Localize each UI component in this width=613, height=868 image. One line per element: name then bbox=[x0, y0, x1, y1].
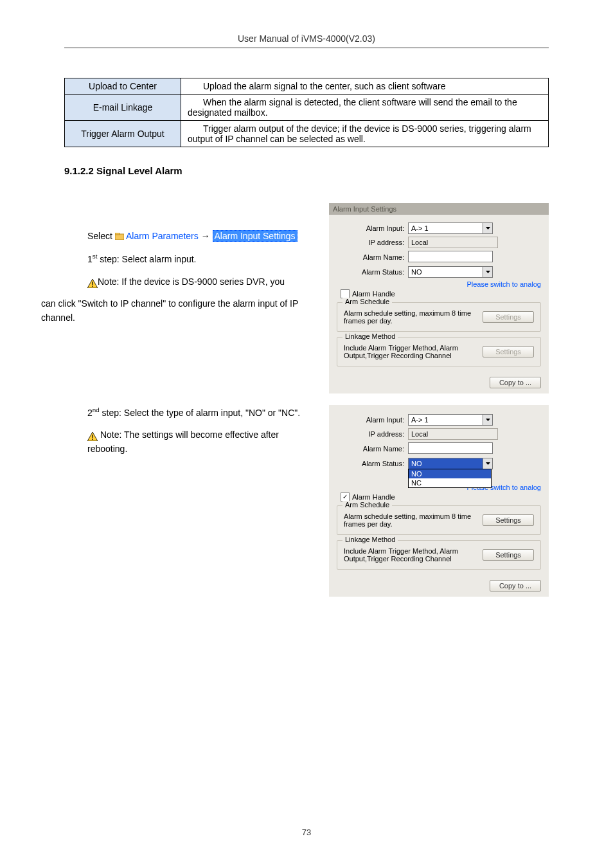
chevron-down-icon[interactable] bbox=[483, 415, 492, 425]
alarm-handle-label: Alarm Handle bbox=[352, 493, 395, 501]
linkage-settings-button[interactable]: Settings bbox=[483, 549, 534, 561]
svg-rect-1 bbox=[115, 233, 120, 235]
dialog-title: Alarm Input Settings bbox=[329, 203, 549, 215]
arm-schedule-text: Alarm schedule setting, maximum 8 time f… bbox=[344, 309, 477, 325]
alarm-status-dropdown[interactable]: NO bbox=[408, 266, 493, 278]
alarm-handle-checkbox[interactable]: ✓ bbox=[341, 493, 350, 502]
alarm-input-value: A-> 1 bbox=[409, 223, 483, 233]
svg-text:!: ! bbox=[91, 281, 93, 288]
label-alarm-name: Alarm Name: bbox=[337, 445, 408, 453]
svg-marker-5 bbox=[486, 271, 490, 273]
arm-schedule-legend: Arm Schedule bbox=[342, 501, 392, 509]
note1-line2: can click "Switch to IP channel" to conf… bbox=[41, 296, 321, 325]
copy-to-button[interactable]: Copy to ... bbox=[490, 580, 541, 592]
table-row: E-mail Linkage When the alarm signal is … bbox=[65, 95, 549, 121]
linkage-method-group: Linkage Method Include Alarm Trigger Met… bbox=[337, 337, 541, 366]
instructions-block-1: Select Alarm Parameters → Alarm Input Se… bbox=[64, 203, 321, 333]
chevron-down-icon[interactable] bbox=[483, 458, 492, 469]
alarm-input-settings-dialog-1: Alarm Input Settings Alarm Input: A-> 1 … bbox=[329, 203, 549, 393]
arm-schedule-group: Arm Schedule Alarm schedule setting, max… bbox=[337, 505, 541, 535]
step1-ord: 1 bbox=[87, 254, 93, 264]
note2-text: Note: The settings will become effective… bbox=[87, 429, 279, 454]
select-prefix: Select bbox=[64, 231, 115, 241]
cell-right-0: Upload the alarm signal to the center, s… bbox=[181, 78, 549, 95]
chevron-down-icon[interactable] bbox=[483, 267, 492, 277]
table-row: Trigger Alarm Output Trigger alarm outpu… bbox=[65, 121, 549, 147]
section-heading: 9.1.2.2 Signal Level Alarm bbox=[64, 165, 549, 176]
label-alarm-input: Alarm Input: bbox=[337, 224, 408, 232]
arm-settings-button[interactable]: Settings bbox=[483, 311, 534, 323]
crumb-alarm-params: Alarm Parameters bbox=[126, 231, 199, 241]
alarm-handle-label: Alarm Handle bbox=[352, 290, 395, 298]
linkage-table: Upload to Center Upload the alarm signal… bbox=[64, 78, 549, 147]
linkage-settings-button[interactable]: Settings bbox=[483, 346, 534, 357]
alarm-status-options[interactable]: NO NC bbox=[408, 469, 492, 488]
cell-left-0: Upload to Center bbox=[65, 78, 181, 95]
label-alarm-input: Alarm Input: bbox=[337, 416, 408, 424]
caution-icon: ! bbox=[87, 431, 98, 440]
chevron-down-icon[interactable] bbox=[483, 223, 492, 233]
arrow-icon: → bbox=[201, 231, 210, 241]
ip-address-field: Local bbox=[408, 428, 498, 440]
arm-schedule-legend: Arm Schedule bbox=[342, 298, 392, 305]
arm-schedule-group: Arm Schedule Alarm schedule setting, max… bbox=[337, 302, 541, 332]
step2-ord: 2 bbox=[87, 408, 93, 418]
step1-rest: step: Select alarm input. bbox=[97, 254, 196, 264]
caution-icon: ! bbox=[87, 278, 98, 287]
linkage-method-text: Include Alarm Trigger Method, Alarm Outp… bbox=[344, 547, 477, 563]
switch-to-analog-link[interactable]: Please switch to analog bbox=[337, 280, 541, 288]
label-ip-address: IP address: bbox=[337, 430, 408, 438]
arm-settings-button[interactable]: Settings bbox=[483, 514, 534, 526]
folder-icon bbox=[115, 230, 124, 244]
ip-address-field: Local bbox=[408, 237, 498, 248]
alarm-handle-checkbox[interactable] bbox=[341, 289, 350, 298]
step2-sup: nd bbox=[93, 406, 100, 413]
option-nc[interactable]: NC bbox=[409, 478, 491, 487]
alarm-status-value: NO bbox=[409, 458, 483, 469]
alarm-status-dropdown[interactable]: NO bbox=[408, 458, 493, 469]
alarm-name-input[interactable] bbox=[408, 251, 493, 262]
label-alarm-status: Alarm Status: bbox=[337, 268, 408, 276]
option-no[interactable]: NO bbox=[409, 469, 491, 478]
step2-rest: step: Select the type of alarm input, "N… bbox=[100, 408, 300, 418]
cell-left-1: E-mail Linkage bbox=[65, 95, 181, 121]
label-ip-address: IP address: bbox=[337, 239, 408, 246]
page-header: User Manual of iVMS-4000(V2.03) bbox=[64, 33, 549, 48]
label-alarm-name: Alarm Name: bbox=[337, 253, 408, 261]
instructions-block-2: 2nd step: Select the type of alarm input… bbox=[64, 405, 321, 464]
copy-to-button[interactable]: Copy to ... bbox=[490, 377, 541, 388]
note1-line1: Note: If the device is DS-9000 series DV… bbox=[98, 276, 285, 287]
svg-text:!: ! bbox=[91, 434, 93, 441]
cell-right-1: When the alarm signal is detected, the c… bbox=[181, 95, 549, 121]
alarm-input-dropdown[interactable]: A-> 1 bbox=[408, 222, 493, 234]
linkage-method-text: Include Alarm Trigger Method, Alarm Outp… bbox=[344, 344, 477, 359]
svg-marker-8 bbox=[486, 419, 490, 421]
linkage-method-legend: Linkage Method bbox=[342, 536, 398, 543]
table-row: Upload to Center Upload the alarm signal… bbox=[65, 78, 549, 95]
label-alarm-status: Alarm Status: bbox=[337, 460, 408, 467]
linkage-method-group: Linkage Method Include Alarm Trigger Met… bbox=[337, 540, 541, 570]
svg-marker-9 bbox=[486, 462, 490, 465]
cell-left-2: Trigger Alarm Output bbox=[65, 121, 181, 147]
arm-schedule-text: Alarm schedule setting, maximum 8 time f… bbox=[344, 512, 477, 528]
linkage-method-legend: Linkage Method bbox=[342, 332, 398, 340]
alarm-name-input[interactable] bbox=[408, 442, 493, 454]
crumb-alarm-input-settings: Alarm Input Settings bbox=[213, 230, 298, 242]
page-number: 73 bbox=[0, 827, 613, 837]
alarm-input-dropdown[interactable]: A-> 1 bbox=[408, 414, 493, 426]
alarm-input-value: A-> 1 bbox=[409, 415, 483, 425]
cell-right-2: Trigger alarm output of the device; if t… bbox=[181, 121, 549, 147]
svg-marker-4 bbox=[486, 227, 490, 230]
alarm-input-settings-dialog-2: Alarm Input: A-> 1 IP address: Local Ala… bbox=[329, 405, 549, 597]
alarm-status-value: NO bbox=[409, 267, 483, 277]
